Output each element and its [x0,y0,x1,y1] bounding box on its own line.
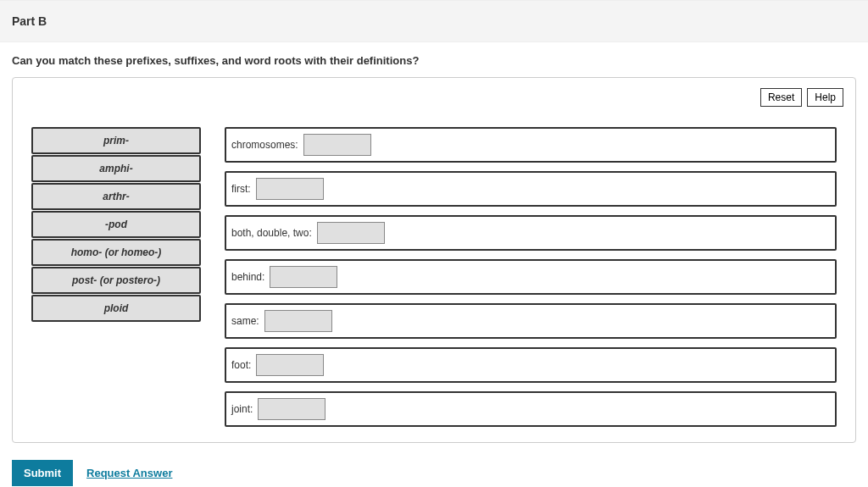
work-area: prim- amphi- arthr- -pod homo- (or homeo… [25,127,843,427]
target-row-first[interactable]: first: [225,171,837,207]
submit-button[interactable]: Submit [12,460,73,486]
chip-pod[interactable]: -pod [31,211,201,238]
target-row-same[interactable]: same: [225,303,837,339]
target-row-chromosomes[interactable]: chromosomes: [225,127,837,163]
drop-slot[interactable] [256,178,324,200]
chip-ploid[interactable]: ploid [31,295,201,322]
help-button[interactable]: Help [807,88,843,107]
target-label: joint: [231,403,253,415]
target-label: chromosomes: [231,139,298,151]
chip-arthr[interactable]: arthr- [31,183,201,210]
target-row-both[interactable]: both, double, two: [225,215,837,251]
target-label: both, double, two: [231,227,312,239]
footer-controls: Submit Request Answer [0,451,868,487]
request-answer-link[interactable]: Request Answer [86,467,172,479]
question-text: Can you match these prefixes, suffixes, … [0,42,868,72]
drop-slot[interactable] [317,222,385,244]
target-row-joint[interactable]: joint: [225,391,837,427]
part-title: Part B [12,14,856,28]
drop-slot[interactable] [303,134,371,156]
chip-amphi[interactable]: amphi- [31,155,201,182]
target-row-foot[interactable]: foot: [225,347,837,383]
chip-homo[interactable]: homo- (or homeo-) [31,239,201,266]
target-label: same: [231,315,259,327]
target-column: chromosomes: first: both, double, two: b… [225,127,837,427]
chip-post[interactable]: post- (or postero-) [31,267,201,294]
activity-panel: Reset Help prim- amphi- arthr- -pod homo… [12,77,856,443]
drop-slot[interactable] [264,310,332,332]
panel-top-buttons: Reset Help [25,88,843,107]
part-header: Part B [0,0,868,42]
target-row-behind[interactable]: behind: [225,259,837,295]
chip-prim[interactable]: prim- [31,127,201,154]
target-label: foot: [231,359,251,371]
target-label: first: [231,183,251,195]
drop-slot[interactable] [256,354,324,376]
drop-slot[interactable] [270,266,337,288]
drop-slot[interactable] [258,398,326,420]
source-column: prim- amphi- arthr- -pod homo- (or homeo… [31,127,201,322]
reset-button[interactable]: Reset [760,88,802,107]
target-label: behind: [231,271,264,283]
